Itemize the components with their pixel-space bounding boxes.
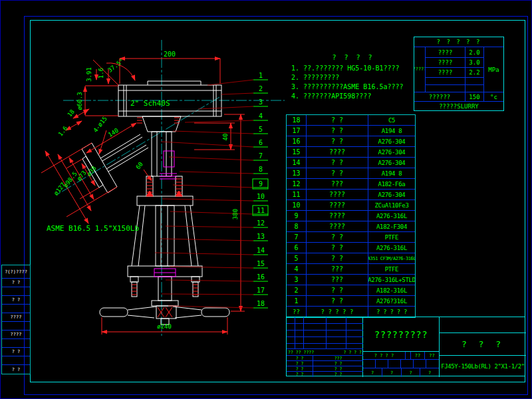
mid-bottom-cell: ? [402,368,420,377]
bom-material: PTFE [368,264,415,274]
revision-labels: ?? ?? ???? ? ? ? ? [287,349,363,356]
spec-row-label: ???? [426,68,466,78]
bom-footer-material: ? ? ? ? ? [368,307,415,317]
drawing-title: ? ? ? [440,333,526,356]
spec-temp-label: ?????? [414,92,466,102]
bom-row: 6? ?A276-316L [287,243,415,253]
bom-row: 3???A276-316L+STLD [287,275,415,285]
bom-row: 4???PTFE [287,264,415,275]
margin-row: ???? [2,313,30,322]
centerlines [57,40,285,336]
sign-value: ? ? [313,366,363,371]
bom-no: 10 [287,200,307,210]
margin-row-empty [2,305,30,313]
spec-header: ? ? ? ? ? [414,37,503,47]
note-item: 1. ??.??????? HG5-10-B1???? [291,64,415,73]
bom-name: ???? [307,221,368,231]
bom-name: ? ? [307,232,368,242]
bom-row: 17? ?A194 8 [287,126,415,136]
bom-footer-name: ? ? ? ? ? [307,307,368,317]
dim-label-wheel: ø240 [157,323,172,330]
title-block: ?? ?? ???? ? ? ? ? ? ???? ? ?? ? ? ?? ? … [286,317,525,376]
bom-row: 1? ?A276?316L [287,296,415,307]
dim-label-pipe-od: ø60.3 [76,92,83,110]
margin-row: ? ? [2,296,30,305]
mid-header-cell: ?? [411,352,425,360]
spec-row-empty [466,78,484,85]
mid-empty-cell [426,360,439,368]
bom-row: 5? ?A351 CF3M/A276-316L [287,253,415,264]
sign-label: ? ? [287,356,313,360]
bom-no: 3 [287,275,307,285]
bom-name: ? ? [307,168,368,178]
spec-medium: ?????SLURRY [414,102,503,110]
bom-no: 2 [287,285,307,295]
bom-material: A182-316L [368,285,415,295]
bom-name: ??? [307,264,368,274]
note-item: 3. ??????????ASME B16.5a???? [291,82,415,92]
bom-material: A351 CF3M/A276-316L [368,253,415,263]
part-number: 6 [259,139,263,146]
title-top-empty-cell [440,317,526,333]
bom-name: ? ? [307,296,368,306]
bom-table: 18? ?C5 17? ?A194 8 16? ?A276-304 15????… [286,114,416,318]
spec-row-empty [466,85,484,92]
bom-material: A276-304 [368,158,415,168]
bom-material: A276-316L [368,243,415,253]
spec-row-label: ???? [426,58,466,68]
bom-name: ???? [307,190,368,200]
bom-material: A276-316L+STLD [368,275,415,285]
bom-no: 4 [287,264,307,274]
part-number: 10 [257,193,265,200]
spec-row-empty [426,85,466,92]
title-block-company-area: ????????? ? ? ? ? ?? ?? ? ? ? ? [363,317,440,377]
spec-temp-unit: °c [484,92,503,102]
bom-row: 12???A182-F6a [287,179,415,190]
mid-empty-cell [414,360,426,368]
bom-row: 9????A276-316L [287,211,415,221]
sign-value: ? ? [313,372,363,377]
bom-name: ? ? [307,115,368,125]
dim-label-18: 18 [66,108,76,118]
spec-table: ? ? ? ? ? ????? ???? 2.0 ???? 3.0 ???? 2… [414,37,504,111]
bom-footer-no: ?? [287,307,307,317]
sign-value: ??? [313,356,363,360]
margin-row: ? ? [2,279,30,287]
bom-row: 8????A182-F304 [287,221,415,232]
bom-row: 13? ?A194 8 [287,168,415,179]
margin-table: ?(?)???? ? ? ? ? ???? ???? ? ? ? ? [1,265,31,374]
sign-row: ? ???? [287,356,363,361]
margin-row-empty [2,287,30,296]
part-numbers: 1 2 3 4 5 6 7 8 9 10 11 12 13 14 15 16 1… [257,72,265,307]
mid-bottom-cell: ? [382,368,402,377]
spec-row-label: ???? [426,47,466,58]
mid-empty-cell [376,360,388,368]
bom-material: A276-316L [368,211,415,221]
bom-no: 11 [287,190,307,200]
sign-value: ? ? [313,361,363,366]
bom-no: 5 [287,253,307,263]
company-name: ????????? [363,317,439,352]
spec-row-value: 3.0 [466,58,484,68]
part-number: 8 [259,166,263,173]
bom-no: 18 [287,115,307,125]
mid-bottom-cell: ? [420,368,439,377]
dimension-labels: 200 37.5° 3.91 1.6 ø60.3 18 1.6 2" Sch40… [47,51,239,330]
margin-header: ?(?)???? [2,265,30,279]
bom-no: 9 [287,211,307,221]
part-number: 12 [257,219,265,227]
sign-label: ? ? [287,361,313,366]
bom-row: 2? ?A182-316L [287,285,415,296]
bom-material: PTFE [368,232,415,242]
mid-header-cell: ?? [425,352,439,360]
bom-material: A276?316L [368,296,415,306]
part-number: 17 [257,287,265,294]
sign-row: ? ?? ? [287,372,363,377]
spec-temp-value: 150 [466,92,484,102]
part-number: 13 [257,233,265,240]
leader-lines [155,80,253,308]
bom-material: A276-304 [368,190,415,200]
bom-no: 8 [287,221,307,231]
bom-row: 11????A276-304 [287,190,415,200]
bom-no: 7 [287,232,307,242]
